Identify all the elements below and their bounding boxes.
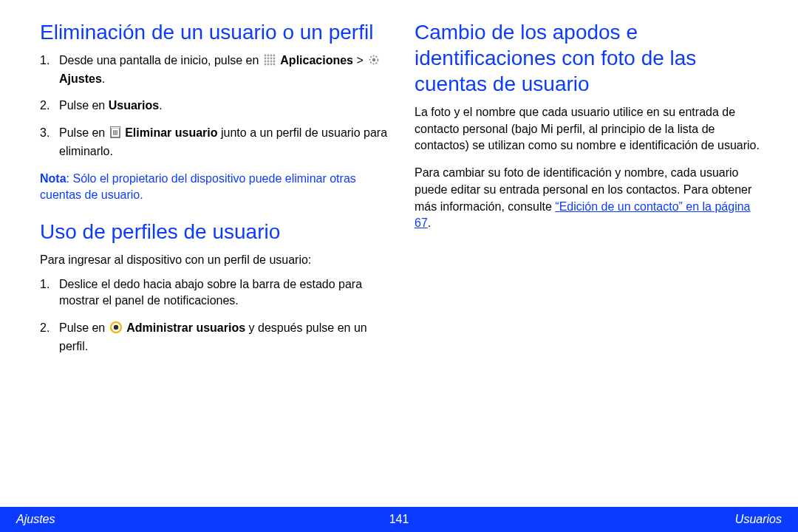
gt-sep: > [353, 54, 366, 66]
steps-use-profiles: 1. Deslice el dedo hacia abajo sobre la … [40, 276, 394, 355]
step-text: Pulse en [59, 126, 109, 139]
step-number: 1. [40, 52, 50, 69]
apps-label: Aplicaciones [280, 54, 353, 66]
step-1: 1. Deslice el dedo hacia abajo sobre la … [55, 276, 394, 310]
para-photo-name: La foto y el nombre que cada usuario uti… [415, 104, 768, 154]
trash-icon [110, 126, 120, 143]
step-2: 2. Pulse en Usuarios. [55, 98, 394, 115]
users-label: Usuarios [109, 99, 159, 112]
svg-point-12 [264, 64, 266, 66]
svg-rect-22 [116, 130, 117, 135]
manage-users-label: Administrar usuarios [126, 321, 245, 334]
svg-point-8 [264, 61, 266, 63]
svg-point-15 [273, 64, 275, 66]
step-number: 2. [40, 98, 50, 115]
footer-section-left: Ajustes [16, 513, 55, 526]
svg-point-10 [270, 61, 272, 63]
svg-point-3 [273, 55, 275, 57]
steps-delete-user: 1. Desde una pantalla de inicio, pulse e… [40, 52, 394, 160]
page: Eliminación de un usuario o un perfil 1.… [0, 0, 798, 532]
lead-use-profiles: Para ingresar al dispositivo con un perf… [40, 252, 394, 269]
content-area: Eliminación de un usuario o un perfil 1.… [0, 0, 798, 366]
step-text: Pulse en [59, 99, 109, 112]
delete-user-label: Eliminar usuario [125, 126, 217, 139]
svg-point-17 [372, 58, 375, 61]
settings-label: Ajustes [59, 72, 102, 85]
step-number: 2. [40, 320, 50, 337]
svg-point-11 [273, 61, 275, 63]
page-footer: Ajustes 141 Usuarios [0, 507, 798, 532]
step-text: Deslice el dedo hacia abajo sobre la bar… [59, 278, 362, 307]
note-owner-only: Nota: Sólo el propietario del dispositiv… [40, 171, 394, 204]
note-label: Nota [40, 172, 66, 185]
footer-section-right: Usuarios [735, 513, 782, 526]
apps-grid-icon [264, 54, 276, 71]
heading-use-profiles: Uso de perfiles de usuario [40, 219, 394, 245]
period: . [102, 72, 105, 85]
para-edit-contact: Para cambiar su foto de identificación y… [415, 165, 768, 232]
svg-rect-23 [111, 127, 120, 129]
svg-point-4 [264, 58, 266, 60]
step-text: Desde una pantalla de inicio, pulse en [59, 54, 262, 66]
svg-point-2 [270, 55, 272, 57]
step-1: 1. Desde una pantalla de inicio, pulse e… [55, 52, 394, 87]
svg-rect-20 [113, 130, 115, 135]
svg-point-25 [114, 325, 118, 330]
heading-delete-user: Eliminación de un usuario o un perfil [40, 19, 394, 45]
svg-point-14 [270, 64, 272, 66]
svg-point-7 [273, 58, 275, 60]
step-2: 2. Pulse en Administrar usuarios y despu… [55, 320, 394, 355]
step-number: 1. [40, 276, 50, 293]
period: . [159, 99, 162, 112]
svg-point-6 [270, 58, 272, 60]
svg-point-9 [267, 61, 269, 63]
settings-gear-icon [368, 54, 380, 71]
svg-point-13 [267, 64, 269, 66]
svg-point-0 [264, 55, 266, 57]
left-column: Eliminación de un usuario o un perfil 1.… [40, 19, 394, 366]
svg-point-5 [267, 58, 269, 60]
user-ring-icon [110, 321, 122, 338]
note-text: : Sólo el propietario del dispositivo pu… [40, 172, 356, 202]
footer-page-number: 141 [389, 513, 409, 526]
step-3: 3. Pulse en Eliminar usuario junto a un … [55, 125, 394, 160]
svg-rect-21 [115, 130, 116, 135]
heading-change-nickname: Cambio de los apodos e identificaciones … [415, 19, 768, 97]
step-text: Pulse en [59, 321, 109, 334]
period: . [428, 216, 431, 229]
step-number: 3. [40, 125, 50, 142]
right-column: Cambio de los apodos e identificaciones … [415, 19, 768, 366]
svg-point-1 [267, 55, 269, 57]
